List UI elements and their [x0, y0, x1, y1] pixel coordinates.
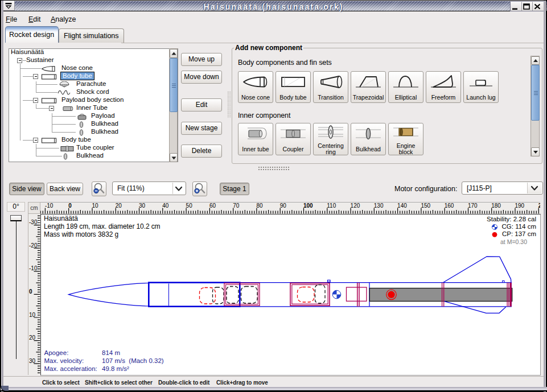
- svg-text:40: 40: [162, 203, 169, 209]
- svg-text:80: 80: [256, 203, 263, 209]
- svg-text:180: 180: [491, 203, 501, 209]
- svg-text:170: 170: [468, 203, 478, 209]
- svg-text:-10: -10: [29, 265, 38, 271]
- svg-text:130: 130: [374, 203, 384, 209]
- svg-text:60: 60: [209, 203, 216, 209]
- svg-text:-30: -30: [29, 219, 38, 225]
- svg-text:50: 50: [186, 203, 193, 209]
- svg-text:10: 10: [92, 203, 99, 209]
- svg-text:-20: -20: [29, 242, 38, 249]
- svg-text:70: 70: [233, 203, 240, 209]
- svg-text:150: 150: [421, 203, 430, 209]
- svg-text:30: 30: [139, 203, 146, 209]
- svg-text:140: 140: [397, 203, 407, 209]
- svg-text:120: 120: [351, 203, 360, 209]
- svg-text:0: 0: [68, 203, 72, 209]
- svg-text:30: 30: [29, 358, 36, 364]
- svg-text:160: 160: [445, 203, 454, 209]
- svg-text:200: 200: [538, 203, 540, 209]
- svg-text:100: 100: [303, 203, 313, 209]
- svg-text:20: 20: [29, 335, 36, 341]
- svg-text:10: 10: [29, 312, 36, 318]
- svg-text:-10: -10: [45, 203, 54, 209]
- svg-text:90: 90: [280, 203, 287, 209]
- svg-text:110: 110: [327, 203, 336, 209]
- svg-text:20: 20: [116, 203, 122, 209]
- svg-text:0: 0: [29, 288, 32, 295]
- svg-text:190: 190: [515, 203, 525, 209]
